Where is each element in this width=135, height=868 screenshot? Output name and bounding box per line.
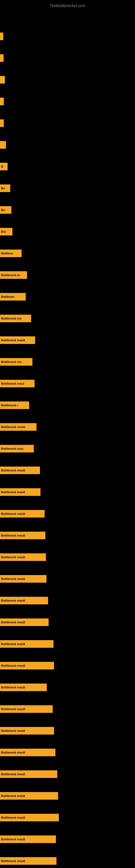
bar-label: Bottlenec [1,295,14,299]
bar-item: Bottleneck result [0,488,41,496]
bar-item: Bottleneck result [0,770,57,778]
bar-label: Bottleneck result [1,339,25,342]
bar-item: Bottleneck result [0,814,59,822]
bar-item [0,33,3,40]
bar-item: Bottleneck r [0,401,29,409]
bar-label: Bottleneck result [1,642,25,646]
bar-label: Bottleneck resul [1,382,24,385]
bar-item: Bottleneck result [0,618,49,626]
bar-item [0,141,6,149]
bar-label: Bottleneck result [1,621,25,624]
bar-label: Bottlene [1,252,13,255]
bar-label: Bottleneck res [1,360,21,364]
bar-item: Bottleneck res [0,358,32,366]
bar-label: Bottleneck result [1,556,25,559]
bar-label: Bottleneck resu [1,447,24,450]
bar-item: B [0,163,8,170]
bar-item [0,54,3,62]
bar-label: Bol [1,230,6,233]
bar-label: Bottleneck result [1,838,25,841]
bar-item: Bottleneck result [0,532,45,539]
bar-item: Bottleneck resul [0,380,35,388]
bar-item: Bottleneck res [0,315,31,322]
bar-item [0,98,4,105]
bar-item: Bottleneck result [0,705,53,713]
bar-label: Bottleneck result [1,664,25,667]
site-title: TheBottlenecker.com [0,1,135,10]
bar-label: Bottleneck result [1,686,25,689]
bar-item: Bottleneck result [0,835,56,843]
bar-label: Bottleneck result [1,751,25,754]
bar-label: Bo [1,187,5,190]
bar-label: Bottleneck result [1,425,25,429]
bar-label: Bottleneck result [1,859,25,863]
bar-label: B [1,165,3,168]
bar-item: Bottleneck result [0,662,54,670]
bar-item: Bo [0,184,10,192]
bar-item: Bol [0,228,12,236]
bar-item: Bottleneck result [0,510,45,518]
bar-label: Bottleneck result [1,794,25,798]
bar-item: Bottleneck result [0,640,53,648]
bar-label: Bottleneck result [1,490,25,494]
bar-item [0,119,4,127]
bar-item: Bottleneck result [0,467,40,474]
bar-label: Bottleneck result [1,707,25,711]
bar-item: Bottleneck result [0,553,46,561]
bar-label: Bottleneck result [1,469,25,472]
bar-item: Bottleneck result [0,792,58,800]
bar-label: Bottleneck r [1,404,18,407]
bar-item: Bottleneck resu [0,445,34,453]
bar-item: Bottleneck result [0,336,35,344]
bar-item: Bottleneck result [0,684,47,691]
bar-label: Bottleneck result [1,599,25,602]
bar-item: Bottleneck result [0,727,54,735]
bar-label: Bottleneck result [1,773,25,776]
bar-item: Bottleneck result [0,597,48,604]
bar-label: Bottleneck result [1,534,25,537]
bar-item [0,76,5,84]
bar-item: Bottleneck result [0,423,37,431]
bar-item: Bo [0,206,11,214]
bar-item: Bottlene [0,250,21,257]
bar-label: Bottleneck result [1,729,25,733]
bar-label: Bottleneck re [1,273,20,277]
bar-item: Bottleneck result [0,749,55,756]
bar-label: Bo [1,208,5,212]
bar-label: Bottleneck result [1,512,25,516]
bar-label: Bottleneck result [1,577,25,581]
bar-item: Bottlenec [0,293,26,301]
bar-item: Bottleneck result [0,857,56,865]
bar-label: Bottleneck res [1,317,21,320]
bar-label: Bottleneck result [1,816,25,819]
bar-item: Bottleneck result [0,575,46,583]
bar-item: Bottleneck re [0,271,27,279]
